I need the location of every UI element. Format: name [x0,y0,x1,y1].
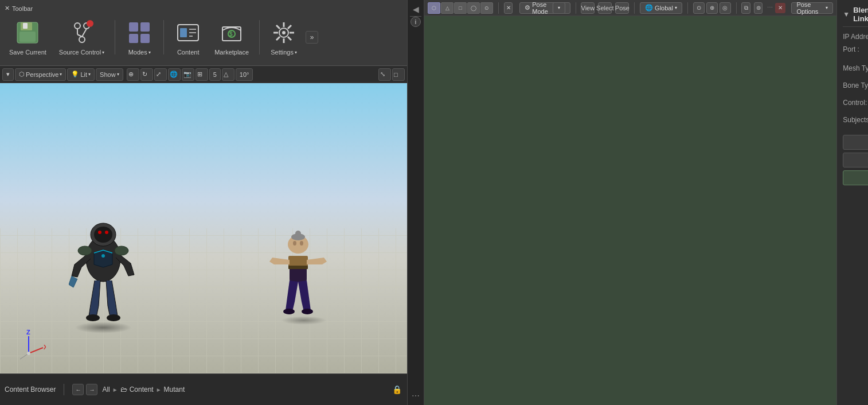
sel-another-btn[interactable]: ⊙ [480,2,493,14]
settings-icon [270,19,298,46]
cb-divider [64,384,64,395]
content-browser: Content Browser ← → All ► 🗁 Content ► Mu… [0,373,407,405]
toolbar-sep-1 [498,2,499,14]
save-icon [14,19,41,46]
pose-mode-icon: ⚙ [525,4,530,11]
ll-ip-label: IP Address : [843,33,868,41]
cb-all-label[interactable]: All [102,385,110,394]
marketplace-button[interactable]: $ Marketplace [210,17,253,58]
start-live-link-button[interactable]: Start Live Link [843,170,868,185]
svg-point-52 [302,309,313,314]
sel-vertex-btn[interactable]: ⬡ [428,2,440,14]
ll-subjects-label: Subjects: [843,116,868,124]
toolbar-expand-button[interactable]: » [306,31,318,44]
transform-btn[interactable]: ⊕ [127,68,139,81]
svg-point-6 [79,37,85,42]
svg-rect-11 [129,22,138,32]
svg-text:$: $ [229,31,233,37]
expand-viewport-btn[interactable]: ⤡ [378,68,391,81]
svg-line-29 [276,25,280,29]
global-btn[interactable]: 🌐 Global ▾ [640,2,682,14]
mid-info-icon[interactable]: i [410,17,421,27]
select-nav-btn[interactable]: Select [598,2,612,14]
sel-face-btn[interactable]: □ [454,2,467,14]
ll-collapse-btn[interactable]: ▼ [843,10,850,18]
axis-gizmo: Z X [11,328,46,362]
ue-toolbar: ✕ Toolbar Save Current [0,0,407,66]
add-subjects-button[interactable]: Add subjects [843,135,868,150]
header-dots: ⋯ [766,3,774,13]
modes-label: Modes [128,49,147,56]
mid-bottom-btn[interactable]: ⋯ [409,389,423,403]
scale-btn[interactable]: ⤢ [154,68,167,81]
svg-line-30 [288,37,291,40]
svg-point-38 [86,314,100,321]
vt-dropdown-btn[interactable]: ▾ [2,68,14,81]
cb-mutant-label[interactable]: Mutant [164,385,185,394]
cb-forward-btn[interactable]: → [86,384,97,395]
blender-header-icon-1[interactable]: ✕ [504,2,513,14]
svg-point-36 [98,231,101,234]
pose-nav-btn[interactable]: Pose [615,2,629,14]
proportional-2-btn[interactable]: ◎ [720,2,731,14]
remove-subject-button[interactable]: Remove subject [843,153,868,168]
toolbar-divider-3 [259,20,260,54]
marketplace-icon: $ [218,19,245,46]
svg-rect-16 [180,28,187,37]
perspective-btn[interactable]: ⬡ Perspective ▾ [15,68,66,81]
world-btn[interactable]: 🌐 [168,68,181,81]
middle-panel: ◀ i ⋯ [407,0,424,405]
blender-side-panel: ▼ Blender Unreal Live Link ··· IP Addres… [836,0,868,405]
content-browser-nav: ← → [72,384,97,395]
ll-bone-type-row: Bone Type: Armature ▾ [843,79,868,92]
blender-viewport-area: ⬡ △ □ ◯ ⊙ ✕ ⚙ Pose Mode ▾ View Select [424,0,836,405]
save-current-button[interactable]: Save Current [5,17,51,58]
view-nav-btn[interactable]: View [581,2,595,14]
ll-mesh-type-label: Mesh Type: [843,64,868,72]
cb-lock-btn[interactable]: 🔒 [391,384,402,395]
cb-back-btn[interactable]: ← [72,384,84,395]
viewport-floor [0,228,407,373]
svg-point-48 [300,241,303,246]
pose-mode-btn[interactable]: ⚙ Pose Mode ▾ [519,2,570,14]
proportional-edit-btn[interactable]: ⊙ [693,2,705,14]
source-control-arrow: ▾ [102,50,104,55]
sel-edge-btn[interactable]: △ [441,2,453,14]
right-panel: ⬡ △ □ ◯ ⊙ ✕ ⚙ Pose Mode ▾ View Select [424,0,868,405]
content-browser-breadcrumb: All ► 🗁 Content ► Mutant [102,385,185,394]
onion-btn[interactable]: ⊚ [754,2,763,14]
content-button[interactable]: Content [170,17,206,58]
mid-panel-collapse-btn[interactable]: ◀ [409,2,423,16]
mirror-btn[interactable]: ⧉ [741,2,750,14]
ue-3d-viewport[interactable]: Z X [0,83,407,373]
show-btn[interactable]: Show ▾ [96,68,123,81]
snap-btn[interactable]: △ [222,68,234,81]
settings-arrow: ▾ [295,50,297,55]
lit-btn[interactable]: 💡 Lit ▾ [67,68,95,81]
toolbar-sep-4 [687,2,688,14]
toolbar-sep-2 [576,2,576,14]
modes-button[interactable]: Modes ▾ [121,17,158,58]
ll-subjects-row: Subjects: Mutant ▾ [843,113,868,127]
angle-btn[interactable]: 10° [236,68,253,81]
cb-content-label[interactable]: Content [130,385,154,394]
rotate-btn[interactable]: ↻ [140,68,153,81]
monk-character [269,219,327,316]
snap-btn-blender[interactable]: ⊕ [706,2,718,14]
svg-point-51 [283,309,295,314]
lit-icon: 💡 [71,71,79,78]
grid-btn[interactable]: ⊞ [196,68,208,81]
camera-btn[interactable]: 📷 [182,68,194,81]
settings-label: Settings [271,49,294,56]
blender-close-btn[interactable]: ✕ [775,3,785,13]
selection-mode-group: ⬡ △ □ ◯ ⊙ [428,2,493,14]
sel-other-btn[interactable]: ◯ [467,2,480,14]
toolbar-sep-5 [736,2,737,14]
restore-viewport-btn[interactable]: □ [392,68,405,81]
settings-button[interactable]: Settings ▾ [265,17,302,58]
source-control-button[interactable]: Source Control ▾ [54,17,109,58]
shadow-right [281,316,327,325]
svg-point-37 [105,231,108,234]
pose-options-btn[interactable]: Pose Options ▾ [791,2,833,14]
grid-number[interactable]: 5 [209,68,221,81]
